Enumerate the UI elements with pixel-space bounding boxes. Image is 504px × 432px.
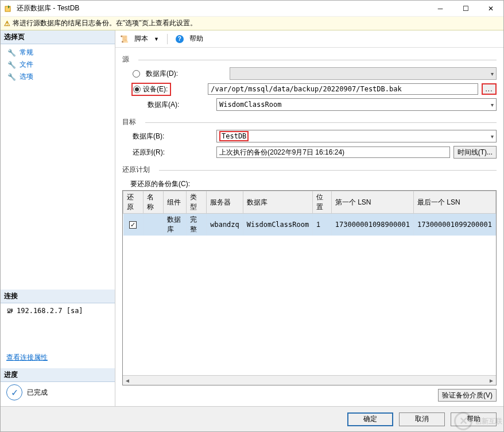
- footer: 确定 取消 帮助: [1, 406, 503, 431]
- cancel-button[interactable]: 取消: [399, 412, 445, 426]
- help-button[interactable]: 帮助: [189, 34, 203, 44]
- plan-area: 要还原的备份集(C): 还原 名称 组件 类型 服务器 数据库: [122, 178, 497, 402]
- backup-sets-table: 还原 名称 组件 类型 服务器 数据库 位置 第一个 LSN 最后一个 LSN: [123, 191, 496, 236]
- server-icon: 🖳: [6, 307, 13, 315]
- toolbar-separator: [167, 34, 168, 44]
- cell-server: wbandzq: [207, 214, 243, 236]
- restore-to-field[interactable]: 上次执行的备份(2022年9月7日 16:16:24): [216, 146, 450, 158]
- timeline-button[interactable]: 时间线(T)...: [453, 146, 497, 159]
- cell-last-lsn: 173000001099200001: [413, 214, 495, 236]
- nav: 🔧 常规 🔧 文件 🔧 选项: [1, 44, 115, 290]
- content: 源 数据库(D): ▾ 设备(E): /var/opt/mssql/data/: [115, 48, 503, 406]
- radio-database-label: 数据库(D):: [146, 69, 203, 79]
- cell-database: WisdomClassRoom: [243, 214, 312, 236]
- progress-status: 已完成: [27, 388, 48, 398]
- col-position[interactable]: 位置: [313, 191, 332, 214]
- radio-database[interactable]: [133, 70, 140, 78]
- select-page-header: 选择页: [1, 30, 115, 44]
- left-panel: 选择页 🔧 常规 🔧 文件 🔧 选项 连接 🖳 1: [1, 30, 115, 406]
- target-db-row: 数据库(B): TestDB ▾: [133, 130, 497, 142]
- col-first-lsn[interactable]: 第一个 LSN: [331, 191, 413, 214]
- script-icon: 📜: [120, 35, 129, 43]
- target-db-label: 数据库(B):: [133, 132, 190, 141]
- help-icon: ?: [176, 35, 184, 43]
- maximize-button[interactable]: ☐: [453, 1, 478, 17]
- source-db-select-row: 数据库(A): WisdomClassRoom ▾: [148, 98, 497, 111]
- cell-component: 数据库: [164, 214, 187, 236]
- source-group-label: 源: [122, 55, 497, 64]
- target-db-value: TestDB: [219, 131, 249, 141]
- toolbar: 📜 脚本 ▼ ? 帮助: [115, 30, 503, 48]
- target-db-combo[interactable]: TestDB ▾: [216, 130, 497, 142]
- minimize-button[interactable]: ─: [428, 1, 453, 17]
- radio-device[interactable]: [133, 86, 141, 93]
- col-restore[interactable]: 还原: [123, 191, 144, 214]
- progress-complete-icon: ✓: [6, 384, 22, 400]
- col-last-lsn[interactable]: 最后一个 LSN: [413, 191, 495, 214]
- notice-bar: ⚠ 将进行源数据库的结尾日志备份。在"选项"页上查看此设置。: [1, 17, 503, 30]
- source-database-row: 数据库(D): ▾: [133, 67, 497, 80]
- verify-media-button[interactable]: 验证备份介质(V): [438, 389, 497, 402]
- script-button[interactable]: 脚本: [134, 34, 148, 44]
- browse-device-button[interactable]: ...: [482, 83, 497, 95]
- source-db-combo[interactable]: WisdomClassRoom ▾: [216, 98, 497, 111]
- chevron-down-icon: ▾: [491, 71, 494, 77]
- view-connection-props-link[interactable]: 查看连接属性: [1, 347, 115, 368]
- connection-host-row: 🖳 192.168.2.7 [sa]: [6, 307, 109, 315]
- target-group-label: 目标: [122, 117, 497, 127]
- cell-position: 1: [313, 214, 332, 236]
- right-panel: 📜 脚本 ▼ ? 帮助 源 数据库(D): ▾: [115, 30, 503, 406]
- window-root: 还原数据库 - TestDB ─ ☐ ✕ ⚠ 将进行源数据库的结尾日志备份。在"…: [0, 0, 504, 432]
- cell-type: 完整: [187, 214, 207, 236]
- wrench-icon: 🔧: [7, 61, 16, 69]
- scroll-right-icon[interactable]: ►: [487, 377, 496, 384]
- col-server[interactable]: 服务器: [207, 191, 243, 214]
- dropdown-arrow-icon[interactable]: ▼: [154, 36, 159, 42]
- row-restore-checkbox[interactable]: [129, 221, 137, 229]
- wrench-icon: 🔧: [7, 73, 16, 81]
- source-db-value: WisdomClassRoom: [219, 101, 281, 109]
- table-row[interactable]: 数据库 完整 wbandzq WisdomClassRoom 1 1730000…: [123, 214, 496, 236]
- col-database[interactable]: 数据库: [243, 191, 312, 214]
- connection-header: 连接: [1, 290, 115, 303]
- notice-text: 将进行源数据库的结尾日志备份。在"选项"页上查看此设置。: [13, 18, 197, 28]
- scroll-left-icon[interactable]: ◄: [123, 377, 132, 384]
- close-button[interactable]: ✕: [478, 1, 503, 17]
- chevron-down-icon: ▾: [491, 102, 494, 108]
- nav-item-options[interactable]: 🔧 选项: [1, 71, 115, 83]
- cell-name: [144, 214, 164, 236]
- window-controls: ─ ☐ ✕: [428, 1, 503, 17]
- device-path-field[interactable]: /var/opt/mssql/data/backup/20220907/Test…: [208, 83, 478, 95]
- progress-header: 进度: [1, 368, 115, 382]
- col-type[interactable]: 类型: [187, 191, 207, 214]
- plan-group-label: 还原计划: [122, 165, 497, 175]
- nav-label-options: 选项: [20, 72, 33, 82]
- nav-item-files[interactable]: 🔧 文件: [1, 59, 115, 71]
- connection-box: 🖳 192.168.2.7 [sa]: [1, 303, 115, 318]
- horizontal-scrollbar[interactable]: ◄ ►: [123, 375, 496, 385]
- window-title: 还原数据库 - TestDB: [17, 3, 428, 13]
- backup-sets-table-wrap: 还原 名称 组件 类型 服务器 数据库 位置 第一个 LSN 最后一个 LSN: [122, 190, 497, 385]
- connection-host: 192.168.2.7 [sa]: [17, 307, 83, 315]
- backup-sets-label: 要还原的备份集(C):: [130, 179, 497, 189]
- col-component[interactable]: 组件: [164, 191, 187, 214]
- progress-box: ✓ 已完成: [1, 382, 115, 406]
- chevron-down-icon: ▾: [491, 133, 494, 140]
- titlebar: 还原数据库 - TestDB ─ ☐ ✕: [1, 1, 503, 17]
- col-name[interactable]: 名称: [144, 191, 164, 214]
- source-device-row: 设备(E): /var/opt/mssql/data/backup/202209…: [133, 83, 497, 95]
- restore-to-label: 还原到(R):: [133, 148, 190, 157]
- radio-device-label: 设备(E):: [143, 84, 168, 94]
- app-icon: [4, 4, 13, 13]
- nav-item-general[interactable]: 🔧 常规: [1, 47, 115, 59]
- restore-to-row: 还原到(R): 上次执行的备份(2022年9月7日 16:16:24) 时间线(…: [133, 146, 497, 159]
- source-database-dropdown[interactable]: ▾: [230, 67, 497, 80]
- cell-first-lsn: 173000001098900001: [331, 214, 413, 236]
- warning-icon: ⚠: [4, 20, 10, 28]
- wrench-icon: 🔧: [7, 49, 16, 57]
- source-db-select-label: 数据库(A):: [148, 100, 205, 110]
- ok-button[interactable]: 确定: [347, 412, 393, 426]
- nav-label-files: 文件: [20, 60, 33, 70]
- help-button[interactable]: 帮助: [451, 412, 497, 426]
- nav-label-general: 常规: [20, 48, 33, 57]
